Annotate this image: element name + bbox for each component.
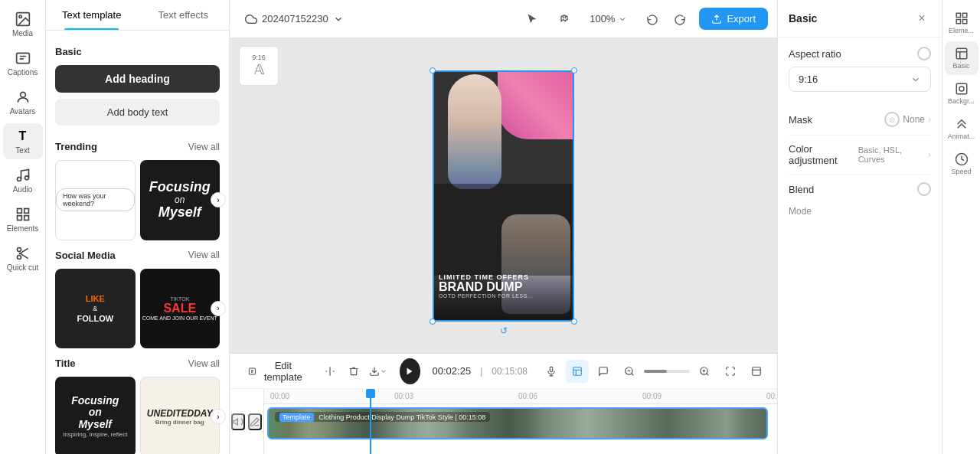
- title-section-header: Title View all: [55, 358, 220, 369]
- sidebar-item-elements-label: Elements: [7, 224, 39, 233]
- text-icon: T: [15, 128, 31, 145]
- top-toolbar: 202407152230 100%: [230, 0, 777, 38]
- volume-btn[interactable]: [231, 413, 245, 430]
- right-panel-title: Basic: [789, 12, 817, 24]
- close-panel-button[interactable]: ×: [913, 9, 931, 28]
- focusing-text: FocusingonMyself: [149, 180, 211, 220]
- undo-btn[interactable]: [639, 6, 665, 32]
- far-right-background[interactable]: Backgr...: [945, 77, 978, 110]
- animation-panel-icon: [955, 117, 969, 131]
- timeline-scroll[interactable]: 00:00 00:03 00:06 00:09 00:12 00:15 Temp…: [264, 389, 777, 454]
- download-btn[interactable]: [369, 360, 387, 383]
- social-media-view-all[interactable]: View all: [188, 250, 220, 260]
- template-focusing-title[interactable]: FocusingonMyselfInspiring, inspire, refl…: [55, 377, 136, 454]
- minus-zoom-btn[interactable]: [618, 360, 641, 383]
- template-how-was[interactable]: How was your weekend?: [55, 160, 136, 240]
- zoom-chevron-icon: [618, 15, 627, 24]
- text-panel: Text template Text effects Basic Add hea…: [46, 0, 230, 454]
- title-grid: FocusingonMyselfInspiring, inspire, refl…: [55, 377, 220, 454]
- tab-text-effects[interactable]: Text effects: [138, 0, 230, 30]
- redo-btn[interactable]: [667, 6, 693, 32]
- sidebar-item-captions[interactable]: Captions: [3, 45, 43, 81]
- timeline-track-area: 00:00 00:03 00:06 00:09 00:12 00:15 Temp…: [230, 389, 777, 454]
- left-sidebar: Media Captions Avatars T Text Audio: [0, 0, 46, 454]
- canvas-dark-layer: [433, 184, 574, 276]
- hand-tool-btn[interactable]: [551, 6, 577, 32]
- plus-zoom-btn[interactable]: [693, 360, 716, 383]
- fullscreen-btn[interactable]: [719, 360, 742, 383]
- color-adjustment-row[interactable]: Color adjustment Basic, HSL, Curves ›: [789, 136, 931, 175]
- caption-btn[interactable]: [592, 360, 615, 383]
- toolbar-file-btn[interactable]: 202407152230: [239, 10, 350, 28]
- canvas-frame[interactable]: LIMITED TIME OFFERS BRAND DUMP OOTD PERF…: [433, 70, 574, 322]
- handle-top-left[interactable]: [430, 67, 436, 73]
- add-body-button[interactable]: Add body text: [55, 99, 220, 126]
- sidebar-item-media[interactable]: Media: [3, 6, 43, 42]
- svg-rect-22: [956, 20, 960, 24]
- title-view-all[interactable]: View all: [188, 358, 220, 369]
- play-button[interactable]: [400, 358, 420, 384]
- mask-row[interactable]: Mask ⊘ None ›: [789, 104, 931, 136]
- elements-panel-icon: [955, 11, 969, 25]
- title-next-arrow[interactable]: ›: [211, 409, 226, 424]
- canvas-ootd-text: OOTD PERFECTION FOR LESS...: [439, 293, 568, 299]
- handle-bottom-right[interactable]: [571, 318, 577, 325]
- playhead[interactable]: [370, 389, 371, 454]
- thumbnail-sidebar: 9:16 𝔸: [239, 46, 279, 86]
- blend-radio[interactable]: [917, 182, 931, 196]
- trending-view-all[interactable]: View all: [188, 142, 220, 152]
- far-right-animation[interactable]: Animat...: [945, 112, 978, 145]
- template-btn[interactable]: [566, 360, 589, 383]
- svg-marker-13: [407, 367, 413, 374]
- aspect-ratio-radio[interactable]: [917, 47, 931, 60]
- sidebar-item-quickcut-label: Quick cut: [7, 263, 39, 272]
- handle-top-right[interactable]: [571, 67, 577, 73]
- edit-track-btn[interactable]: [248, 413, 262, 430]
- main-area: 202407152230 100%: [230, 0, 777, 454]
- export-button[interactable]: Export: [699, 8, 768, 30]
- template-like-follow[interactable]: LIKE & FOLLOW: [55, 269, 136, 349]
- sidebar-item-elements[interactable]: Elements: [3, 201, 43, 237]
- sidebar-item-avatars[interactable]: Avatars: [3, 84, 43, 120]
- edit-template-button[interactable]: Edit template: [239, 355, 315, 387]
- track-clip[interactable]: Template Clothing Product Display Dump T…: [267, 407, 768, 439]
- cursor-tool-btn[interactable]: [519, 6, 545, 32]
- trending-next-arrow[interactable]: ›: [211, 192, 226, 207]
- handle-bottom-left[interactable]: [430, 318, 436, 325]
- cloud-icon: [245, 13, 257, 25]
- file-name: 202407152230: [262, 13, 328, 24]
- add-heading-button[interactable]: Add heading: [55, 65, 220, 93]
- basic-title: Basic: [55, 46, 82, 57]
- trending-title: Trending: [55, 141, 97, 152]
- template-unedited[interactable]: UNEDITEDDAYBring dinner bag: [140, 377, 220, 454]
- color-adjustment-label: Color adjustment: [789, 143, 858, 166]
- far-right-elements[interactable]: Eleme...: [945, 6, 978, 40]
- timeline-right-buttons: [540, 360, 768, 383]
- mic-btn[interactable]: [540, 360, 563, 383]
- zoom-slider[interactable]: [644, 370, 690, 373]
- minus-icon: [624, 366, 635, 377]
- svg-point-26: [959, 87, 964, 91]
- plus-zoom-icon: [699, 366, 710, 377]
- sidebar-item-quickcut[interactable]: Quick cut: [3, 240, 43, 276]
- thumbnail-916[interactable]: 9:16 𝔸: [239, 46, 279, 86]
- social-media-next-arrow[interactable]: ›: [211, 301, 226, 316]
- tab-text-template[interactable]: Text template: [46, 0, 138, 30]
- sidebar-item-text[interactable]: T Text: [3, 123, 43, 159]
- sidebar-item-audio[interactable]: Audio: [3, 162, 43, 198]
- svg-point-3: [20, 92, 25, 97]
- rotate-handle[interactable]: ↺: [498, 325, 510, 337]
- canvas-limited-text: LIMITED TIME OFFERS: [439, 273, 568, 281]
- template-focusing-trending[interactable]: FocusingonMyself: [140, 160, 220, 240]
- aspect-ratio-dropdown[interactable]: 9:16: [789, 67, 931, 92]
- download-icon: [369, 366, 380, 377]
- delete-btn[interactable]: [345, 360, 362, 383]
- layout-btn[interactable]: [745, 360, 768, 383]
- far-right-speed[interactable]: Speed: [945, 147, 978, 181]
- far-right-basic[interactable]: Basic: [945, 41, 978, 75]
- template-sale[interactable]: TIKTOK SALE COME AND JOIN OUR EVENT: [140, 269, 220, 349]
- zoom-btn[interactable]: 100%: [583, 10, 633, 28]
- redo-icon: [674, 13, 686, 25]
- split-btn[interactable]: [321, 360, 338, 383]
- blend-row: Blend: [789, 175, 931, 204]
